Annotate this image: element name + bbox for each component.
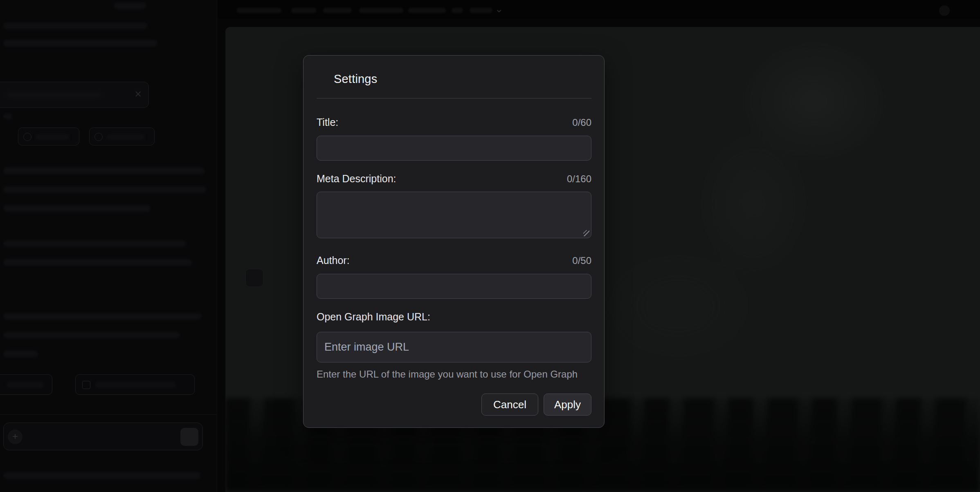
settings-modal: Settings Title: 0/60 Meta Description: 0… (303, 55, 605, 428)
resize-handle-icon[interactable] (583, 230, 589, 236)
modal-header: Settings (303, 56, 604, 86)
description-textarea[interactable] (317, 192, 591, 238)
author-input[interactable] (317, 274, 591, 299)
title-input[interactable] (317, 136, 591, 161)
description-label: Meta Description: (317, 172, 396, 185)
cancel-button[interactable]: Cancel (481, 394, 538, 416)
apply-button[interactable]: Apply (544, 394, 591, 416)
title-field-row: Title: 0/60 (317, 116, 591, 129)
title-label: Title: (317, 116, 338, 128)
og-url-helper: Enter the URL of the image you want to u… (317, 370, 591, 379)
og-url-label: Open Graph Image URL: (317, 311, 430, 323)
description-textarea-wrap (317, 192, 591, 238)
author-field-row: Author: 0/50 (317, 254, 591, 267)
author-label: Author: (317, 254, 350, 266)
title-counter: 0/60 (572, 116, 591, 129)
description-counter: 0/160 (567, 173, 591, 185)
description-field-row: Meta Description: 0/160 (317, 172, 591, 185)
modal-body: Title: 0/60 Meta Description: 0/160 Auth… (303, 116, 604, 379)
app-root: ⌄ ✕ (0, 0, 980, 492)
modal-divider (317, 98, 591, 98)
og-field-row: Open Graph Image URL: (317, 311, 591, 323)
author-counter: 0/50 (572, 255, 591, 267)
og-url-input[interactable] (317, 332, 591, 362)
modal-footer: Cancel Apply (303, 394, 604, 416)
modal-title: Settings (334, 72, 591, 86)
